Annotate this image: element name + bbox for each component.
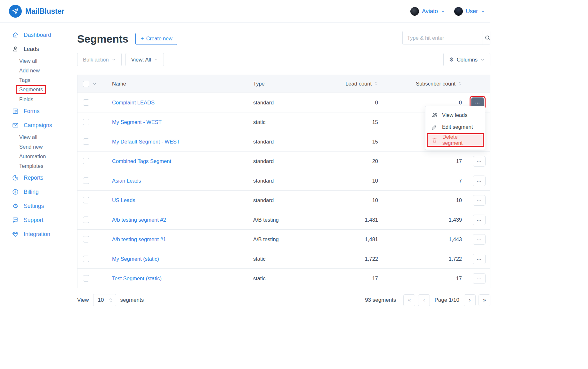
- segment-name-link[interactable]: Complaint LEADS: [112, 100, 253, 106]
- pie-chart-icon: [12, 174, 19, 181]
- column-header-label: Lead count: [345, 81, 372, 87]
- menu-item-delete-segment[interactable]: Delete segment: [427, 133, 484, 147]
- sidebar: Dashboard Leads View all Add new Tags Se…: [0, 23, 77, 241]
- lead-count: 1,481: [333, 217, 378, 223]
- segment-name-link[interactable]: A/b testing segment #2: [112, 217, 253, 223]
- row-actions-button[interactable]: ...: [473, 234, 486, 245]
- subscriber-count: 1,722: [378, 256, 462, 262]
- last-page-button[interactable]: »: [479, 294, 490, 306]
- person-icon: [12, 45, 19, 53]
- segment-name-link[interactable]: US Leads: [112, 197, 253, 203]
- sidebar-item-leads-add-new[interactable]: Add new: [0, 66, 77, 75]
- column-header-name[interactable]: Name: [112, 81, 253, 87]
- sidebar-item-dashboard[interactable]: Dashboard: [0, 28, 77, 42]
- row-actions-button[interactable]: ...: [473, 176, 486, 186]
- select-dropdown-chevron-icon[interactable]: [92, 82, 97, 86]
- sidebar-item-forms[interactable]: Forms: [0, 104, 77, 118]
- subscriber-count: 0: [378, 100, 462, 106]
- account-menu[interactable]: Aviato: [410, 7, 445, 16]
- sidebar-item-campaigns[interactable]: Campaigns: [0, 118, 77, 132]
- row-checkbox[interactable]: [83, 236, 89, 242]
- bulk-action-button[interactable]: Bulk action: [77, 53, 122, 66]
- sidebar-item-label: Campaigns: [24, 122, 52, 129]
- next-page-button[interactable]: ›: [464, 294, 476, 306]
- search-input[interactable]: [403, 31, 482, 45]
- user-menu[interactable]: User: [454, 7, 485, 16]
- stepper-arrows-icon[interactable]: [109, 298, 113, 303]
- segment-name-link[interactable]: My Default Segment - WEST: [112, 139, 253, 145]
- table-row: A/b testing segment #1 A/B testing 1,481…: [77, 229, 490, 249]
- row-checkbox[interactable]: [83, 177, 89, 184]
- row-checkbox[interactable]: [83, 138, 89, 145]
- segment-type: standard: [253, 158, 333, 164]
- sidebar-item-leads[interactable]: Leads: [0, 42, 77, 56]
- segment-name-link[interactable]: Combined Tags Segment: [112, 158, 253, 164]
- row-checkbox[interactable]: [83, 217, 89, 223]
- column-header-subscriber-count[interactable]: Subscriber count: [378, 81, 462, 87]
- segment-name-link[interactable]: Test Segment (static): [112, 275, 253, 282]
- create-new-button[interactable]: + Create new: [135, 33, 177, 45]
- row-checkbox[interactable]: [83, 275, 89, 282]
- column-header-label: Name: [112, 81, 126, 87]
- sidebar-item-reports[interactable]: Reports: [0, 171, 77, 185]
- columns-button[interactable]: ⚙ Columns: [443, 53, 490, 66]
- form-list-icon: [12, 108, 19, 115]
- mailbluster-logo-icon: [9, 5, 22, 18]
- sidebar-item-label: Reports: [24, 175, 43, 181]
- chevron-down-icon: [481, 9, 485, 13]
- row-actions-button[interactable]: ...: [473, 215, 486, 225]
- sidebar-item-campaigns-send-new[interactable]: Send new: [0, 142, 77, 152]
- first-page-button[interactable]: «: [403, 294, 415, 306]
- row-actions-button[interactable]: ...: [473, 254, 486, 264]
- segment-name-link[interactable]: Asian Leads: [112, 178, 253, 184]
- sidebar-item-campaigns-templates[interactable]: Templates: [0, 161, 77, 171]
- sidebar-subitem-label: View all: [19, 58, 37, 64]
- row-checkbox[interactable]: [83, 119, 89, 125]
- sidebar-item-campaigns-automation[interactable]: Automation: [0, 152, 77, 161]
- sidebar-item-leads-segments[interactable]: Segments: [0, 85, 77, 94]
- table-header-row: Name Type Lead count Subscriber count: [77, 75, 490, 93]
- menu-item-edit-segment[interactable]: Edit segment: [425, 121, 485, 133]
- row-actions-button[interactable]: ...: [473, 273, 486, 284]
- row-actions-button[interactable]: ...: [473, 156, 486, 167]
- segment-name-link[interactable]: My Segment (static): [112, 256, 253, 262]
- brand-name: MailBluster: [25, 7, 64, 16]
- sidebar-subitem-label: Tags: [19, 77, 30, 83]
- chevron-down-icon: [441, 9, 445, 13]
- row-context-menu: View leads Edit segment Delete segment: [425, 106, 485, 150]
- select-all-checkbox[interactable]: [83, 81, 89, 87]
- sidebar-subitem-label: View all: [19, 134, 37, 140]
- row-actions-button[interactable]: ...: [473, 195, 486, 206]
- sidebar-item-billing[interactable]: $ Billing: [0, 185, 77, 199]
- plus-icon: +: [141, 36, 144, 42]
- lead-count: 15: [333, 119, 378, 125]
- view-filter-button[interactable]: View: All: [125, 53, 164, 66]
- segment-type: A/B testing: [253, 217, 333, 223]
- column-header-type[interactable]: Type: [253, 81, 333, 87]
- sidebar-item-support[interactable]: Support: [0, 213, 77, 227]
- row-checkbox[interactable]: [83, 197, 89, 203]
- sidebar-item-leads-view-all[interactable]: View all: [0, 56, 77, 66]
- sidebar-item-leads-fields[interactable]: Fields: [0, 94, 77, 104]
- brand-link[interactable]: MailBluster: [9, 5, 64, 18]
- menu-item-view-leads[interactable]: View leads: [425, 109, 485, 121]
- row-checkbox[interactable]: [83, 99, 89, 106]
- sidebar-item-settings[interactable]: ⚙ Settings: [0, 199, 77, 213]
- subscriber-count: 7: [378, 178, 462, 184]
- sidebar-item-integration[interactable]: Integration: [0, 227, 77, 241]
- column-header-lead-count[interactable]: Lead count: [333, 81, 378, 87]
- search-button[interactable]: [482, 31, 490, 45]
- sidebar-item-leads-tags[interactable]: Tags: [0, 75, 77, 85]
- segment-name-link[interactable]: A/b testing segment #1: [112, 236, 253, 242]
- dollar-circle-icon: $: [12, 188, 19, 195]
- prev-page-button[interactable]: ‹: [418, 294, 430, 306]
- sidebar-item-campaigns-view-all[interactable]: View all: [0, 132, 77, 142]
- column-header-label: Subscriber count: [416, 81, 455, 87]
- row-checkbox[interactable]: [83, 256, 89, 262]
- trash-icon: [431, 137, 438, 143]
- page-size-stepper[interactable]: 10: [93, 294, 116, 306]
- sidebar-subitem-label: Send new: [19, 144, 43, 150]
- segment-name-link[interactable]: My Segment - WEST: [112, 119, 253, 125]
- row-checkbox[interactable]: [83, 158, 89, 164]
- subscriber-count: 10: [378, 197, 462, 203]
